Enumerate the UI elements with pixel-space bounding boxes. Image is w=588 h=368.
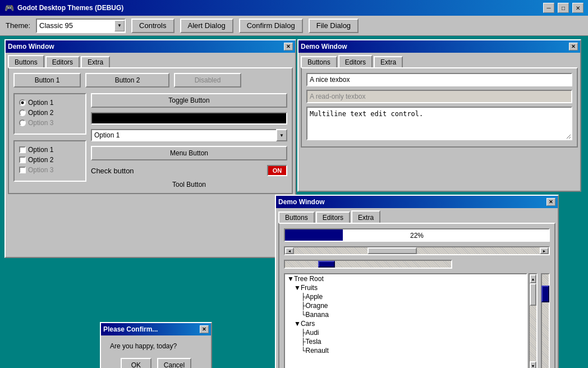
button-2[interactable]: Button 2 [85, 73, 169, 88]
vscroll-up-btn[interactable]: ▲ [530, 274, 536, 283]
win-right-content: Multiline text edit control. [301, 67, 578, 148]
vslider-thumb[interactable] [541, 286, 549, 302]
tree-oragne-label: ├Oragne [301, 302, 328, 310]
file-dialog-button[interactable]: File Dialog [309, 19, 359, 33]
minimize-button[interactable]: ─ [543, 3, 554, 13]
tab-extra-bottom[interactable]: Extra [351, 210, 380, 223]
radio-circle-1 [19, 99, 26, 106]
confirm-ok-button[interactable]: OK [121, 358, 151, 368]
hscroll-right-btn[interactable]: ► [540, 247, 549, 254]
hscroll-left-btn[interactable]: ◄ [285, 247, 294, 254]
demo-window-left: Demo Window ✕ Buttons Editors Extra Butt… [4, 39, 296, 258]
tree-item-tesla[interactable]: ├Tesla [285, 337, 526, 346]
tree-banana-label: └Banana [301, 311, 329, 319]
tree-renault-label: └Renault [301, 347, 329, 355]
radio-label-2: Option 2 [28, 109, 53, 117]
textbox-nice[interactable] [306, 73, 572, 86]
maximize-button[interactable]: □ [558, 3, 569, 13]
check-option-2[interactable]: Option 2 [19, 156, 81, 164]
slider-thumb[interactable] [318, 261, 335, 268]
win-left-content: Button 1 Button 2 Disabled Option 1 [8, 67, 293, 194]
check-option-1[interactable]: Option 1 [19, 146, 81, 154]
check-option-3: Option 3 [19, 166, 81, 174]
button-1[interactable]: Button 1 [13, 73, 81, 88]
vscroll-down-btn[interactable]: ▼ [530, 361, 536, 368]
check-group: Option 1 Option 2 Option 3 [13, 140, 86, 182]
toggle-button[interactable]: Toggle Button [91, 93, 287, 108]
disabled-button: Disabled [174, 73, 241, 88]
hscroll-thumb[interactable] [368, 247, 417, 254]
toggle-state-button[interactable]: ON [267, 165, 287, 176]
tree-item-cars[interactable]: ▼Cars [285, 319, 526, 328]
tab-buttons-right[interactable]: Buttons [301, 56, 337, 68]
tree-item-fruits[interactable]: ▼Fruits [285, 283, 526, 292]
alert-dialog-button[interactable]: Alert Dialog [180, 19, 233, 33]
controls-button[interactable]: Controls [131, 19, 174, 33]
close-button[interactable]: ✕ [572, 3, 584, 13]
win-right-close-button[interactable]: ✕ [569, 43, 578, 50]
win-left-tabs: Buttons Editors Extra [6, 53, 295, 67]
toolbar: Theme: Classic 95 Modern Dark ▼ Controls… [0, 16, 588, 36]
theme-select-wrap: Classic 95 Modern Dark ▼ [36, 19, 126, 33]
tree-item-audi[interactable]: ├Audi [285, 328, 526, 337]
color-bar [91, 112, 287, 125]
win-bottom-titlebar: Demo Window ✕ [276, 196, 558, 208]
win-bottom-content: 22% ◄ ► [278, 223, 555, 368]
win-bottom-tabs: Buttons Editors Extra [276, 208, 558, 223]
tab-extra-left[interactable]: Extra [81, 56, 110, 68]
menu-button[interactable]: Menu Button [91, 146, 287, 160]
win-left-close-button[interactable]: ✕ [284, 43, 293, 50]
radio-circle-2 [19, 109, 26, 116]
vscroll-thumb[interactable] [530, 283, 536, 306]
confirm-titlebar: Please Confirm... ✕ [101, 323, 211, 335]
win-right-title: Demo Window [301, 43, 569, 50]
tree-item-renault[interactable]: └Renault [285, 346, 526, 355]
theme-select[interactable]: Classic 95 Modern Dark [36, 19, 126, 33]
check-box-2 [19, 157, 26, 163]
progress-bar: 22% [284, 228, 550, 242]
confirm-cancel-button[interactable]: Cancel [157, 358, 191, 368]
confirm-content: Are you happy, today? OK Cancel [101, 335, 211, 368]
radio-option-1[interactable]: Option 1 [19, 99, 81, 107]
confirm-close-button[interactable]: ✕ [200, 325, 209, 333]
demo-window-bottom: Demo Window ✕ Buttons Editors Extra 22% … [275, 195, 559, 368]
check-box-1 [19, 146, 26, 153]
win-bottom-close-button[interactable]: ✕ [546, 198, 555, 206]
tab-editors-right[interactable]: Editors [338, 55, 373, 67]
theme-label: Theme: [6, 21, 30, 30]
tree-apple-label: ├Apple [301, 293, 323, 301]
radio-option-3: Option 3 [19, 119, 81, 127]
confirm-dialog-button[interactable]: Confirm Dialog [239, 19, 303, 33]
dropdown-wrap: Option 1 ▼ [91, 129, 287, 141]
check-button-row: Check button ON [91, 165, 287, 176]
slider[interactable] [284, 260, 452, 269]
tree-item-oragne[interactable]: ├Oragne [285, 301, 526, 310]
tree-item-root[interactable]: ▼Tree Root [285, 274, 526, 283]
hscroll-track [294, 247, 540, 254]
dropdown-btn[interactable]: Option 1 [91, 129, 287, 141]
tree-tesla-label: ├Tesla [301, 338, 321, 346]
tab-buttons-left[interactable]: Buttons [8, 55, 44, 67]
vscroll-track [530, 283, 536, 361]
radio-option-2[interactable]: Option 2 [19, 109, 81, 117]
tree-item-apple[interactable]: ├Apple [285, 292, 526, 301]
tab-editors-left[interactable]: Editors [45, 56, 80, 68]
app-titlebar: 🎮 Godot Desktop Themes (DEBUG) ─ □ ✕ [0, 0, 588, 16]
tree-view: ▼Tree Root ▼Fruits ├Apple ├Oragne └Banan… [284, 273, 527, 368]
tree-item-banana[interactable]: └Banana [285, 310, 526, 319]
win-left-titlebar: Demo Window ✕ [6, 40, 295, 53]
hscrollbar: ◄ ► [284, 246, 550, 255]
multiline-textbox[interactable]: Multiline text edit control. [306, 107, 572, 140]
app-title: Godot Desktop Themes (DEBUG) [17, 4, 540, 12]
textbox-readonly [306, 90, 572, 103]
tree-root-label: ▼Tree Root [287, 275, 324, 283]
check-label-1: Option 1 [28, 146, 53, 154]
tab-buttons-bottom[interactable]: Buttons [278, 211, 315, 224]
dropdown-arrow-icon[interactable]: ▼ [276, 129, 287, 141]
tab-extra-right[interactable]: Extra [374, 56, 403, 68]
win-bottom-title: Demo Window [278, 198, 546, 206]
confirm-buttons: OK Cancel [110, 358, 202, 368]
check-button-label: Check button [91, 167, 134, 175]
tab-editors-bottom[interactable]: Editors [316, 211, 350, 224]
app-icon: 🎮 [4, 3, 14, 12]
